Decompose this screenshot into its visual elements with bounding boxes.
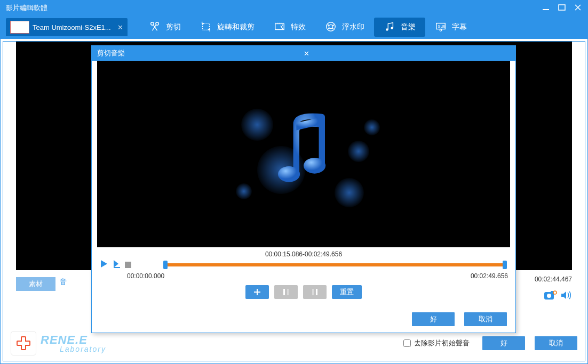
- mark-in-button[interactable]: [274, 285, 298, 299]
- dialog-title: 剪切音樂: [97, 48, 304, 58]
- logo-area: RENE.E Laboratory: [3, 331, 106, 355]
- dialog-range-label: 00:00:15.086-00:02:49.656: [92, 250, 515, 258]
- mark-out-button[interactable]: [303, 285, 327, 299]
- effects-icon: [274, 21, 285, 34]
- svg-point-27: [304, 158, 325, 174]
- remove-audio-checkbox[interactable]: [403, 339, 411, 347]
- slider-end-handle[interactable]: [503, 261, 507, 269]
- dialog-cancel-button[interactable]: 取消: [464, 312, 507, 326]
- main-ok-button[interactable]: 好: [482, 336, 525, 350]
- dialog-close-icon[interactable]: ✕: [304, 50, 510, 58]
- svg-rect-4: [202, 23, 209, 30]
- subtitle-label: 字幕: [452, 22, 467, 32]
- music-tab-truncated[interactable]: 音: [60, 277, 67, 291]
- dialog-preview: [97, 61, 510, 247]
- title-bar: 影片編輯軟體: [1, 1, 587, 15]
- file-tab-label: Team Umizoomi-S2xE1...: [33, 23, 111, 31]
- svg-rect-25: [18, 342, 29, 345]
- file-tab[interactable]: Team Umizoomi-S2xE1... ✕: [6, 18, 128, 36]
- svg-point-13: [386, 28, 388, 31]
- window-controls: [542, 3, 582, 13]
- play-button[interactable]: [99, 259, 109, 270]
- app-window: 影片編輯軟體 Team Umizoomi-S2xE1... ✕ 剪切 旋轉和裁剪: [0, 0, 588, 364]
- stop-button[interactable]: [125, 262, 131, 268]
- close-button[interactable]: [574, 3, 582, 13]
- file-tab-close-icon[interactable]: ✕: [117, 23, 123, 31]
- dialog-controls: 00:00:00.000 00:02:49.656 重置: [92, 258, 515, 299]
- watermark-icon: [325, 21, 337, 34]
- add-segment-button[interactable]: [245, 285, 269, 299]
- svg-point-14: [391, 27, 393, 29]
- material-tab[interactable]: 素材: [16, 277, 55, 291]
- reset-button[interactable]: 重置: [332, 285, 362, 299]
- rotate-crop-tool[interactable]: 旋轉和裁剪: [190, 18, 264, 37]
- remove-audio-option[interactable]: 去除影片初始聲音: [403, 338, 482, 348]
- svg-rect-1: [559, 5, 565, 10]
- speaker-icon[interactable]: [560, 290, 572, 302]
- remove-audio-label: 去除影片初始聲音: [414, 338, 470, 348]
- svg-point-9: [328, 24, 329, 26]
- slider-start-time: 00:00:00.000: [127, 272, 164, 280]
- window-title: 影片編輯軟體: [6, 3, 542, 13]
- logo-icon: [11, 331, 36, 355]
- step-button[interactable]: [112, 259, 122, 270]
- svg-point-12: [332, 28, 333, 29]
- slider-start-handle[interactable]: [163, 261, 168, 269]
- slider-end-time: 00:02:49.656: [471, 272, 508, 280]
- svg-rect-0: [543, 9, 549, 10]
- file-thumbnail: [10, 21, 29, 34]
- dialog-body: 00:00:15.086-00:02:49.656 00:00:00.000: [92, 61, 515, 333]
- svg-rect-30: [287, 289, 289, 295]
- svg-point-10: [332, 24, 334, 26]
- main-footer: RENE.E Laboratory 去除影片初始聲音 好 取消: [3, 331, 577, 355]
- main-cancel-button[interactable]: 取消: [535, 336, 577, 350]
- music-label: 音樂: [401, 22, 416, 32]
- effects-tool[interactable]: 特效: [264, 18, 315, 37]
- svg-rect-32: [316, 289, 317, 295]
- subtitle-icon: SUB: [435, 21, 447, 34]
- music-tool[interactable]: 音樂: [374, 18, 425, 37]
- svg-point-17: [440, 29, 442, 31]
- tab-row: Team Umizoomi-S2xE1... ✕ 剪切 旋轉和裁剪 特效 浮水印: [1, 15, 587, 39]
- cut-tool[interactable]: 剪切: [139, 18, 190, 37]
- svg-point-6: [282, 25, 283, 26]
- toolbar: 剪切 旋轉和裁剪 特效 浮水印 音樂 SUB 字幕: [128, 18, 587, 37]
- svg-rect-28: [114, 267, 120, 268]
- svg-point-26: [278, 166, 300, 182]
- svg-rect-31: [312, 289, 314, 295]
- camera-icon[interactable]: [543, 289, 557, 303]
- subtitle-tool[interactable]: SUB 字幕: [425, 18, 476, 37]
- svg-point-11: [328, 28, 330, 29]
- svg-point-19: [547, 294, 551, 298]
- music-note-icon: [261, 111, 346, 198]
- cut-label: 剪切: [166, 22, 181, 32]
- svg-point-21: [553, 291, 557, 294]
- maximize-button[interactable]: [558, 3, 566, 13]
- minimize-button[interactable]: [542, 3, 550, 13]
- cut-music-dialog: 剪切音樂 ✕: [91, 45, 516, 333]
- dialog-ok-button[interactable]: 好: [412, 312, 455, 326]
- watermark-tool[interactable]: 浮水印: [315, 18, 374, 37]
- rotate-icon: [200, 21, 212, 34]
- svg-text:SUB: SUB: [438, 23, 446, 28]
- scissors-icon: [149, 21, 161, 34]
- svg-rect-29: [283, 289, 285, 295]
- svg-point-8: [329, 25, 332, 28]
- preview-side-icons: [543, 289, 572, 303]
- rotate-crop-label: 旋轉和裁剪: [217, 22, 255, 32]
- dialog-slider[interactable]: [137, 262, 506, 268]
- watermark-label: 浮水印: [342, 22, 364, 32]
- svg-rect-20: [551, 291, 553, 293]
- music-icon: [384, 21, 395, 34]
- effects-label: 特效: [291, 22, 306, 32]
- dialog-title-bar: 剪切音樂 ✕: [92, 46, 515, 61]
- svg-point-7: [326, 22, 335, 31]
